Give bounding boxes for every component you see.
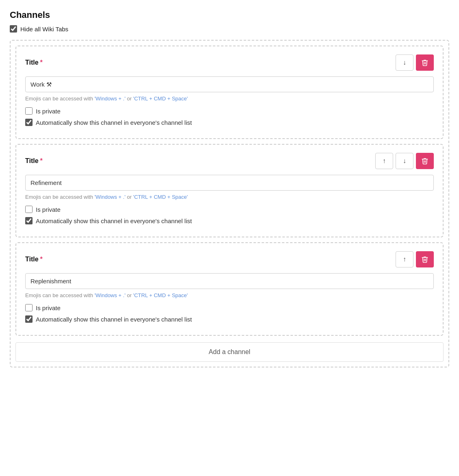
is-private-checkbox-3[interactable] xyxy=(25,304,33,311)
channel-header-2: Title* ↑ ↓ xyxy=(25,153,434,169)
trash-icon-2 xyxy=(421,157,429,165)
channel-card-2: Title* ↑ ↓ Emojis can be accessed with '… xyxy=(15,144,444,237)
move-up-button-2[interactable]: ↑ xyxy=(375,153,393,169)
auto-show-row-3: Automatically show this channel in every… xyxy=(25,315,434,323)
hide-wiki-tabs-checkbox[interactable] xyxy=(10,25,17,33)
auto-show-row-2: Automatically show this channel in every… xyxy=(25,217,434,224)
channel-input-2[interactable] xyxy=(25,175,434,191)
channel-card-3: Title* ↑ Emojis can be accessed with 'Wi… xyxy=(15,242,444,336)
channel-actions-3: ↑ xyxy=(396,251,434,267)
is-private-checkbox-2[interactable] xyxy=(25,206,33,213)
move-up-button-3[interactable]: ↑ xyxy=(396,251,413,267)
is-private-row-1: Is private xyxy=(25,107,434,115)
page-title: Channels xyxy=(10,10,449,20)
delete-button-2[interactable] xyxy=(416,153,434,169)
is-private-label-1[interactable]: Is private xyxy=(36,108,61,115)
channel-title-label-2: Title* xyxy=(25,157,43,165)
trash-icon-1 xyxy=(421,59,429,66)
channel-header-1: Title* ↓ xyxy=(25,54,434,71)
emoji-hint-2: Emojis can be accessed with 'Windows + .… xyxy=(25,194,434,200)
is-private-label-3[interactable]: Is private xyxy=(36,304,61,311)
channel-title-label-3: Title* xyxy=(25,256,43,263)
is-private-row-3: Is private xyxy=(25,304,434,311)
channel-card-1: Title* ↓ Emojis can be accessed with 'Wi… xyxy=(15,46,444,139)
emoji-hint-3: Emojis can be accessed with 'Windows + .… xyxy=(25,292,434,298)
channel-input-3[interactable] xyxy=(25,273,434,289)
is-private-row-2: Is private xyxy=(25,206,434,213)
channel-actions-1: ↓ xyxy=(396,54,434,71)
auto-show-label-2[interactable]: Automatically show this channel in every… xyxy=(36,217,192,224)
move-down-button-1[interactable]: ↓ xyxy=(396,54,413,71)
auto-show-checkbox-2[interactable] xyxy=(25,217,33,224)
move-down-button-2[interactable]: ↓ xyxy=(396,153,413,169)
is-private-checkbox-1[interactable] xyxy=(25,107,33,115)
emoji-hint-1: Emojis can be accessed with 'Windows + .… xyxy=(25,96,434,102)
auto-show-row-1: Automatically show this channel in every… xyxy=(25,119,434,126)
channel-header-3: Title* ↑ xyxy=(25,251,434,267)
is-private-label-2[interactable]: Is private xyxy=(36,206,61,213)
channel-input-1[interactable] xyxy=(25,76,434,92)
add-channel-button[interactable]: Add a channel xyxy=(15,342,444,362)
hide-wiki-tabs-label[interactable]: Hide all Wiki Tabs xyxy=(20,26,68,33)
trash-icon-3 xyxy=(421,256,429,263)
delete-button-1[interactable] xyxy=(416,54,434,71)
auto-show-label-1[interactable]: Automatically show this channel in every… xyxy=(36,119,192,126)
auto-show-label-3[interactable]: Automatically show this channel in every… xyxy=(36,316,192,323)
delete-button-3[interactable] xyxy=(416,251,434,267)
auto-show-checkbox-3[interactable] xyxy=(25,315,33,323)
channel-actions-2: ↑ ↓ xyxy=(375,153,434,169)
channel-title-label-1: Title* xyxy=(25,59,43,66)
channels-container: Title* ↓ Emojis can be accessed with 'Wi… xyxy=(10,40,449,367)
auto-show-checkbox-1[interactable] xyxy=(25,119,33,126)
hide-wiki-row: Hide all Wiki Tabs xyxy=(10,25,449,33)
